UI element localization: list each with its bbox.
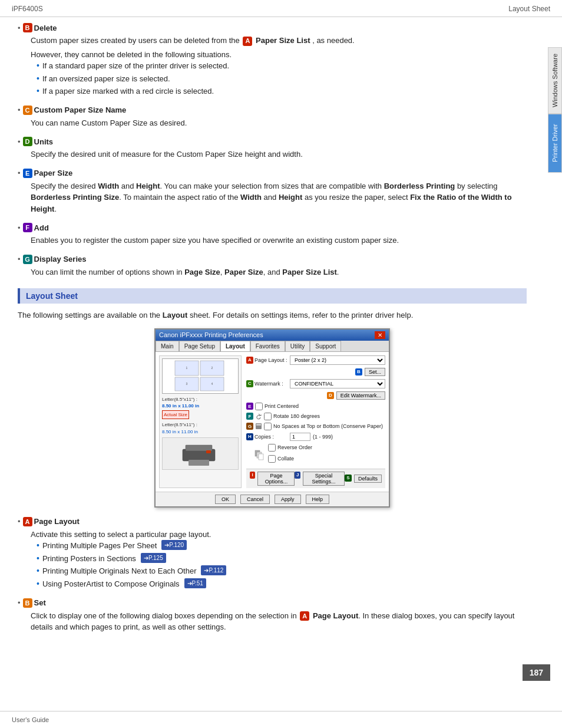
svg-text:1: 1 [186, 366, 188, 370]
section-E-body: Specify the desired Width and Height. Yo… [18, 180, 527, 215]
copies-input[interactable] [290, 433, 310, 441]
print-centered-checkbox[interactable] [255, 403, 263, 410]
dialog-badge-G: G [246, 423, 253, 430]
dialog-tab-layout[interactable]: Layout [220, 341, 250, 351]
ok-button[interactable]: OK [215, 495, 236, 504]
section-D: • D Units Specify the desired unit of me… [18, 137, 527, 160]
page-layout-label: Page Layout : [254, 357, 287, 363]
no-spaces-checkbox[interactable] [264, 423, 272, 430]
layout-sheet-title: Layout Sheet [18, 288, 527, 304]
dialog-tab-pagesetup[interactable]: Page Setup [179, 341, 220, 351]
dialog-badge-A: A [246, 357, 253, 364]
dialog-row-rotate: F Rotate 180 degrees [246, 413, 385, 420]
dialog-row-edit-watermark: D Edit Watermark... [246, 391, 385, 400]
section-F-body: Enables you to register the custom paper… [18, 235, 527, 246]
dialog-row-reverse: Reverse Order [268, 444, 312, 452]
bullet-dot-E: • [18, 169, 21, 177]
bullet-dot-B: • [18, 24, 21, 32]
dialog-row-watermark: C Watermark : CONFIDENTIAL [246, 379, 385, 388]
dialog-bottom-buttons: OK Cancel Apply Help [156, 492, 389, 506]
rotate-label: Rotate 180 degrees [273, 413, 320, 419]
page-ref-120[interactable]: ➔ P.120 [161, 540, 187, 550]
page-footer: User's Guide [0, 711, 562, 728]
actual-size-label: Actual Size [162, 410, 189, 419]
page-layout-select[interactable]: Poster (2 x 2) [290, 355, 385, 365]
set-button[interactable]: Set... [365, 368, 385, 376]
bullet-dot-PB: • [18, 598, 21, 607]
header-right: Layout Sheet [508, 5, 550, 13]
list-item: If a standard paper size of the printer … [37, 60, 527, 72]
dialog-badge-B: B [355, 368, 362, 375]
section-B-body: Custom paper sizes created by users can … [18, 35, 527, 97]
section-page-layout-A: • A Page Layout Activate this setting to… [18, 517, 527, 590]
section-PA-label: Page Layout [34, 517, 80, 526]
dialog-badge-I: I [250, 472, 255, 479]
cancel-button[interactable]: Cancel [240, 495, 270, 504]
section-F-heading: • F Add [18, 223, 527, 232]
section-D-label: Units [34, 137, 54, 146]
badge-PA: A [23, 517, 32, 526]
page-ref-112[interactable]: ➔ P.112 [201, 565, 226, 575]
dialog-badge-F: F [246, 413, 253, 420]
dialog-right-panel: A Page Layout : Poster (2 x 2) B Set... [246, 355, 385, 488]
rotate-icon [255, 413, 262, 420]
section-PA-body: Activate this setting to select a partic… [18, 529, 527, 590]
section-B-bullets: If a standard paper size of the printer … [31, 60, 527, 97]
edit-watermark-button[interactable]: Edit Watermark... [336, 391, 385, 400]
collate-label: Collate [277, 456, 294, 462]
section-PB-body: Click to display one of the following di… [18, 610, 527, 633]
badge-G: G [23, 255, 32, 264]
dialog-title-bar: Canon iPFxxxx Printing Preferences ✕ [156, 330, 389, 341]
print-centered-label: Print Centered [265, 403, 299, 409]
section-C-label: Custom Paper Size Name [34, 106, 127, 114]
reverse-order-checkbox[interactable] [268, 444, 276, 452]
dialog-tab-favorites[interactable]: Favorites [250, 341, 285, 351]
dialog-close-button[interactable]: ✕ [375, 331, 385, 339]
page-options-button[interactable]: Page Options... [257, 472, 295, 486]
dialog-tab-utility[interactable]: Utility [285, 341, 310, 351]
svg-marker-12 [260, 414, 262, 416]
collate-checkbox[interactable] [268, 455, 276, 463]
header-left: iPF6400S [12, 5, 43, 13]
special-settings-button[interactable]: Special Settings... [303, 472, 345, 486]
section-F: • F Add Enables you to register the cust… [18, 223, 527, 246]
section-D-heading: • D Units [18, 137, 527, 146]
page-header: iPF6400S Layout Sheet [0, 0, 562, 17]
dialog-row-print-centered: E Print Centered [246, 403, 385, 410]
page-ref-51[interactable]: ➔ P.51 [184, 578, 206, 588]
list-item: Printing Posters in Sections ➔ P.125 [37, 553, 527, 565]
svg-text:2: 2 [211, 366, 213, 370]
help-button[interactable]: Help [306, 495, 330, 504]
watermark-label: Watermark : [254, 381, 283, 387]
side-tab-printer-driver[interactable]: Printer Driver [548, 114, 562, 173]
section-B-label: Delete [34, 24, 57, 32]
svg-text:4: 4 [211, 382, 213, 386]
section-E: • E Paper Size Specify the desired Width… [18, 169, 527, 215]
section-G: • G Display Series You can limit the num… [18, 255, 527, 278]
rotate-checkbox[interactable] [264, 413, 272, 420]
badge-F: F [23, 223, 32, 232]
bullet-dot-G: • [18, 255, 21, 263]
bullet-dot-D: • [18, 137, 21, 146]
conserve-icon [255, 423, 262, 430]
dialog-badge-S: S [345, 475, 352, 482]
section-B: • B Delete Custom paper sizes created by… [18, 23, 527, 97]
svg-text:3: 3 [186, 382, 188, 386]
section-page-layout-A-heading: • A Page Layout [18, 517, 527, 526]
side-tab-windows-software[interactable]: Windows Software [548, 47, 562, 114]
section-F-label: Add [34, 223, 49, 232]
dialog-tab-support[interactable]: Support [310, 341, 341, 351]
no-spaces-label: No Spaces at Top or Bottom (Conserve Pap… [273, 423, 383, 429]
dialog-wrapper: Canon iPFxxxx Printing Preferences ✕ Mai… [18, 328, 527, 508]
dialog-footer-buttons: I Page Options... J Special Settings... … [246, 469, 385, 488]
page-ref-125[interactable]: ➔ P.125 [141, 553, 166, 563]
dialog-printer-image [162, 437, 239, 470]
defaults-button[interactable]: Defaults [354, 475, 382, 483]
dialog-tab-main[interactable]: Main [156, 341, 179, 351]
apply-button[interactable]: Apply [275, 495, 301, 504]
svg-rect-9 [186, 445, 212, 451]
list-item: If an oversized paper size is selected. [37, 73, 527, 85]
dialog-box: Canon iPFxxxx Printing Preferences ✕ Mai… [154, 328, 390, 508]
section-G-heading: • G Display Series [18, 255, 527, 264]
watermark-select[interactable]: CONFIDENTIAL [290, 379, 385, 388]
